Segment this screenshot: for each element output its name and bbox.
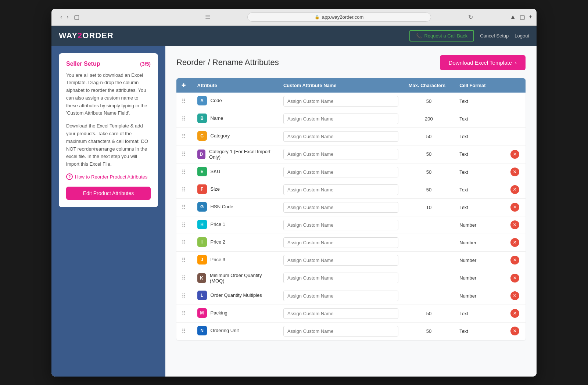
table-row: ⠿KMinimum Order Quantity (MOQ)Number×: [176, 269, 526, 287]
custom-name-input[interactable]: [283, 255, 398, 266]
row-drag-handle[interactable]: ⠿: [182, 275, 186, 281]
custom-name-input[interactable]: [283, 114, 398, 124]
row-drag-handle[interactable]: ⠿: [182, 222, 186, 228]
drag-cell: ⠿: [176, 93, 192, 110]
custom-name-cell: [278, 145, 404, 163]
delete-row-button[interactable]: ×: [510, 238, 519, 247]
table-row: ⠿ESKU50Text×: [176, 163, 526, 181]
row-drag-handle[interactable]: ⠿: [182, 116, 186, 122]
custom-name-cell: [278, 198, 404, 216]
callback-button[interactable]: 📞 Request a Call Back: [409, 30, 474, 42]
delete-cell: [505, 93, 526, 110]
logout-button[interactable]: Logout: [514, 33, 529, 39]
attribute-name: HSN Code: [211, 204, 233, 209]
delete-row-button[interactable]: ×: [510, 327, 519, 335]
custom-name-cell: [278, 110, 404, 127]
nav-buttons: ‹ › ▢: [59, 13, 82, 21]
row-drag-handle[interactable]: ⠿: [182, 204, 186, 211]
attribute-name: Category: [211, 133, 230, 138]
custom-name-input[interactable]: [283, 96, 398, 107]
custom-name-cell: [278, 251, 404, 269]
delete-row-button[interactable]: ×: [510, 185, 519, 194]
duplicate-button[interactable]: ▢: [520, 14, 525, 21]
row-drag-handle[interactable]: ⠿: [182, 151, 186, 157]
chevron-right-icon: ›: [515, 60, 517, 66]
browser-actions: ▲ ▢ +: [510, 14, 532, 21]
delete-row-button[interactable]: ×: [510, 168, 519, 176]
cell-format-cell: Number: [454, 287, 505, 305]
attr-cell: ACode: [192, 93, 278, 109]
row-drag-handle[interactable]: ⠿: [182, 98, 186, 104]
custom-name-input[interactable]: [283, 167, 398, 177]
help-link-text: How to Reorder Product Attributes: [75, 174, 147, 180]
cancel-setup-button[interactable]: Cancel Setup: [480, 33, 509, 39]
help-link[interactable]: ? How to Reorder Product Attributes: [66, 173, 151, 180]
attribute-name: SKU: [211, 169, 220, 174]
custom-name-input[interactable]: [283, 308, 398, 319]
custom-name-input[interactable]: [283, 131, 398, 142]
custom-name-input[interactable]: [283, 184, 398, 195]
back-button[interactable]: ‹: [59, 13, 64, 21]
custom-name-input[interactable]: [283, 326, 398, 337]
max-chars-cell: [404, 234, 454, 251]
custom-name-input[interactable]: [283, 220, 398, 230]
app-body: Seller Setup (3/5) You are all set to do…: [51, 46, 537, 377]
delete-cell: ×: [505, 322, 526, 340]
reload-button[interactable]: ↻: [467, 13, 474, 21]
row-drag-handle[interactable]: ⠿: [182, 310, 186, 317]
delete-row-button[interactable]: ×: [510, 220, 519, 229]
max-chars-cell: [404, 269, 454, 287]
attribute-name: Category 1 (For Excel Import Only): [209, 149, 273, 160]
row-drag-handle[interactable]: ⠿: [182, 133, 186, 140]
row-drag-handle[interactable]: ⠿: [182, 328, 186, 334]
new-tab-button[interactable]: +: [529, 14, 532, 20]
delete-cell: ×: [505, 251, 526, 269]
custom-name-cell: [278, 322, 404, 340]
row-drag-handle[interactable]: ⠿: [182, 240, 186, 246]
attributes-table: ✚ Attribute Custom Attribute Name Max. C…: [176, 78, 526, 340]
drag-cell: ⠿: [176, 251, 192, 269]
delete-row-button[interactable]: ×: [510, 309, 519, 318]
drag-cell: ⠿: [176, 322, 192, 340]
attr-cell: LOrder Quantity Multiples: [192, 287, 278, 303]
table-row: ⠿NOrdering Unit50Text×: [176, 322, 526, 340]
address-bar[interactable]: 🔒 app.way2order.com: [247, 12, 431, 22]
letter-badge: E: [197, 167, 207, 176]
attr-cell: DCategory 1 (For Excel Import Only): [192, 145, 278, 163]
download-excel-button[interactable]: Download Excel Template ›: [440, 55, 526, 70]
custom-name-input[interactable]: [283, 149, 398, 159]
header-actions: 📞 Request a Call Back Cancel Setup Logou…: [409, 30, 529, 42]
forward-button[interactable]: ›: [65, 13, 70, 21]
max-chars-cell: 50: [404, 181, 454, 198]
custom-name-input[interactable]: [283, 273, 398, 283]
row-drag-handle[interactable]: ⠿: [182, 293, 186, 299]
th-attribute: Attribute: [192, 78, 278, 93]
delete-row-button[interactable]: ×: [510, 274, 519, 283]
attribute-name: Name: [211, 115, 223, 121]
attribute-name: Packing: [211, 310, 227, 316]
row-drag-handle[interactable]: ⠿: [182, 257, 186, 263]
max-chars-cell: 10: [404, 198, 454, 216]
row-drag-handle[interactable]: ⠿: [182, 169, 186, 175]
delete-row-button[interactable]: ×: [510, 291, 519, 300]
custom-name-input[interactable]: [283, 291, 398, 301]
custom-name-cell: [278, 163, 404, 181]
sidebar: Seller Setup (3/5) You are all set to do…: [51, 46, 165, 377]
delete-row-button[interactable]: ×: [510, 203, 519, 212]
menu-button[interactable]: ☰: [204, 13, 212, 21]
cell-format-cell: Number: [454, 216, 505, 234]
edit-product-attributes-button[interactable]: Edit Product Attributes: [66, 187, 151, 200]
table-row: ⠿MPacking50Text×: [176, 305, 526, 322]
delete-row-button[interactable]: ×: [510, 256, 519, 265]
custom-name-input[interactable]: [283, 202, 398, 213]
attr-cell: GHSN Code: [192, 199, 278, 215]
tab-overview-button[interactable]: ▢: [72, 13, 82, 21]
delete-row-button[interactable]: ×: [510, 150, 519, 159]
table-row: ⠿GHSN Code10Text×: [176, 198, 526, 216]
row-drag-handle[interactable]: ⠿: [182, 187, 186, 193]
custom-name-input[interactable]: [283, 237, 398, 248]
table-row: ⠿IPrice 2Number×: [176, 234, 526, 251]
page-title: Reorder / Rename Attributes: [176, 58, 279, 67]
attribute-name: Code: [211, 98, 222, 103]
share-button[interactable]: ▲: [510, 14, 516, 20]
